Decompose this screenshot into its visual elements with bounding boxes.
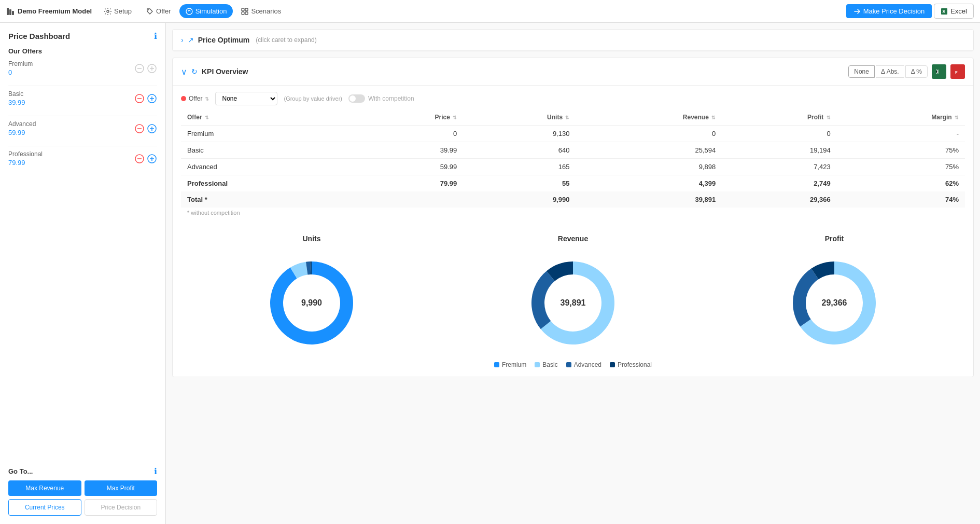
cell-profit: 7,423 [722,159,836,175]
total-revenue: 39,891 [576,191,722,208]
price-optimum-hint: (click caret to expand) [256,36,316,44]
group-by-hint: (Group by value driver) [284,95,342,102]
group-by-select[interactable]: None [215,92,277,105]
units-chart-title: Units [303,235,321,243]
table-note: * without competition [181,208,965,220]
cell-price: 0 [352,126,463,142]
table-row: Professional 79.99 55 4,399 2,749 62% [181,175,965,192]
gear-icon [104,8,111,15]
sidebar: Price Dashboard ℹ Our Offers Fremium 0 [0,23,166,524]
svg-rect-9 [245,12,248,15]
nav-simulation[interactable]: Simulation [179,4,233,18]
total-price [352,191,463,208]
competition-label: With competition [368,95,414,102]
offer-professional-plus[interactable] [147,154,157,164]
plus-circle-icon [147,93,157,104]
excel-export-icon [935,68,943,75]
cell-margin: 75% [837,159,965,175]
sidebar-title: Price Dashboard [8,32,70,40]
app-logo: Demo Freemium Model [6,7,92,16]
goto-title: Go To... [8,467,33,475]
toggle-abs[interactable]: Δ Abs. [876,65,904,78]
table-row: Advanced 59.99 165 9,898 7,423 75% [181,159,965,175]
cell-units: 165 [463,159,576,175]
col-price[interactable]: Price ⇅ [352,109,463,126]
decision-icon [853,8,861,15]
nav-offer[interactable]: Offer [140,4,177,18]
kpi-title: KPI Overview [202,67,248,76]
toggle-pct[interactable]: Δ % [905,65,928,78]
export-excel-button[interactable] [932,64,946,79]
col-revenue[interactable]: Revenue ⇅ [576,109,722,126]
refresh-icon[interactable]: ↻ [191,67,198,76]
offer-basic-plus[interactable] [147,93,157,104]
plus-circle-icon [147,63,157,74]
chart-legend: Fremium Basic Advanced Professional [181,355,965,377]
revenue-total: 39,891 [561,298,586,308]
revenue-donut: 39,891 [521,251,625,355]
app-title: Demo Freemium Model [18,7,92,15]
cell-offer: Fremium [181,126,352,142]
col-units[interactable]: Units ⇅ [463,109,576,126]
offer-fremium: Fremium 0 [8,60,157,76]
nav-setup[interactable]: Setup [98,4,138,18]
profit-donut: 29,366 [782,251,886,355]
cell-offer: Professional [181,175,352,192]
current-prices-button[interactable]: Current Prices [8,499,81,516]
excel-button[interactable]: Excel [934,4,974,19]
cell-offer: Advanced [181,159,352,175]
col-offer[interactable]: Offer ⇅ [181,109,352,126]
nav-simulation-label: Simulation [195,7,227,15]
offer-fremium-plus[interactable] [147,63,157,74]
col-profit[interactable]: Profit ⇅ [722,109,836,126]
our-offers-label: Our Offers [8,47,157,55]
nav-setup-label: Setup [114,7,132,15]
profit-chart-title: Profit [825,235,844,243]
minus-circle-icon [134,93,145,104]
trend-icon: ↗ [188,36,194,44]
sidebar-info-icon[interactable]: ℹ [154,31,157,41]
competition-switch[interactable] [348,94,365,103]
cell-margin: - [837,126,965,142]
total-units: 9,990 [463,191,576,208]
cell-revenue: 0 [576,126,722,142]
main-layout: Price Dashboard ℹ Our Offers Fremium 0 [0,23,980,524]
offer-filter-label: Offer ⇅ [181,95,209,102]
tag-icon [146,8,153,15]
total-margin: 74% [837,191,965,208]
offer-advanced-minus[interactable] [134,123,145,134]
max-revenue-button[interactable]: Max Revenue [8,480,81,496]
offer-advanced-plus[interactable] [147,123,157,134]
plus-circle-icon [147,154,157,164]
cell-revenue: 9,898 [576,159,722,175]
charts-area: Units 9,990 Revenue 39,891 [173,226,973,377]
legend-color [494,362,499,367]
max-profit-button[interactable]: Max Profit [85,480,158,496]
cell-profit: 19,194 [722,142,836,159]
export-pdf-button[interactable]: P [950,64,965,79]
svg-rect-0 [7,8,9,15]
make-price-decision-button[interactable]: Make Price Decision [846,4,932,18]
offer-professional-minus[interactable] [134,154,145,164]
offer-sort-icon[interactable]: ⇅ [205,96,209,102]
table-total-row: Total * 9,990 39,891 29,366 74% [181,191,965,208]
kpi-collapse-icon[interactable]: ∨ [181,67,187,77]
nav-scenarios[interactable]: Scenarios [235,4,287,18]
offer-fremium-minus[interactable] [134,63,145,74]
goto-info-icon[interactable]: ℹ [154,466,157,476]
offer-basic-minus[interactable] [134,93,145,104]
legend-item: Fremium [494,361,526,368]
price-optimum-header[interactable]: › ↗ Price Optimum (click caret to expand… [173,30,973,51]
table-row: Basic 39.99 640 25,594 19,194 75% [181,142,965,159]
offer-professional: Professional 79.99 [8,150,157,167]
legend-label: Basic [542,361,557,368]
toggle-none[interactable]: None [848,65,875,78]
nav-scenarios-label: Scenarios [251,7,281,15]
revenue-chart: Revenue 39,891 [442,235,704,355]
kpi-table: Offer ⇅ Price ⇅ Units ⇅ Revenue ⇅ Profit… [181,109,965,208]
table-row: Fremium 0 9,130 0 0 - [181,126,965,142]
minus-circle-icon [134,154,145,164]
table-toolbar: Offer ⇅ None (Group by value driver) Wit… [181,92,965,105]
revenue-chart-title: Revenue [558,235,588,243]
col-margin[interactable]: Margin ⇅ [837,109,965,126]
